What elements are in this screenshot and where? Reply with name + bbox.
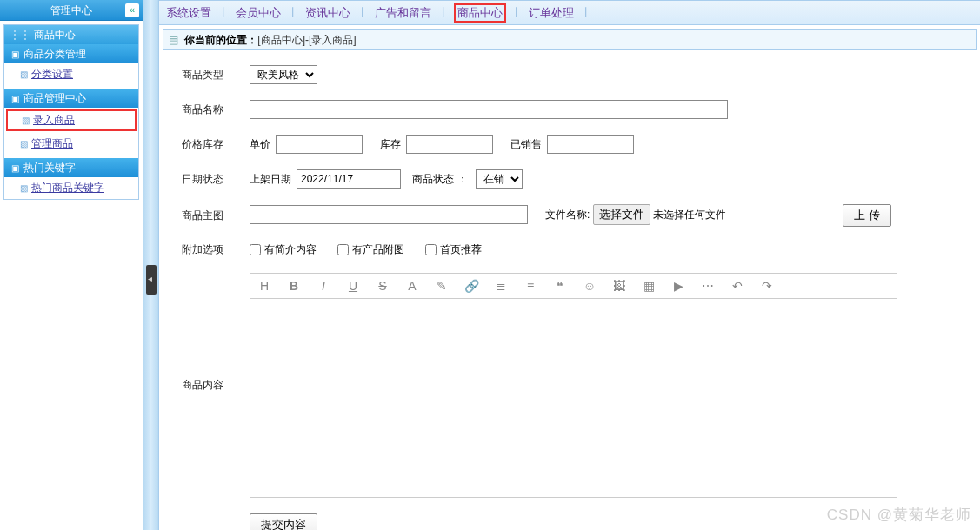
editor-tool-icon[interactable]: ❝ (553, 279, 567, 293)
main-area: 系统设置丨会员中心丨资讯中心丨广告和留言丨商品中心丨订单处理丨 你当前的位置：[… (159, 0, 980, 530)
editor-tool-icon[interactable]: B (287, 279, 301, 293)
label-date-status: 日期状态 (164, 162, 243, 195)
label-listing-date: 上架日期 (250, 173, 291, 185)
editor-tool-icon[interactable]: U (346, 279, 360, 293)
label-product-status: 商品状态 ： (412, 173, 467, 185)
editor-tool-icon[interactable]: A (405, 279, 419, 293)
editor-tool-icon[interactable]: ≡ (523, 279, 537, 293)
nav-separator: 丨 (218, 5, 229, 20)
sidebar-section-header[interactable]: 商品管理中心 (4, 89, 138, 108)
editor-tool-icon[interactable]: ☺ (583, 279, 597, 293)
editor-tool-icon[interactable]: ↶ (730, 279, 744, 293)
sidebar-title-text: 管理中心 (50, 4, 92, 17)
splitter[interactable] (143, 0, 159, 530)
editor-toolbar: HBIUSA✎🔗≣≡❝☺🖼▦▶⋯↶↷ (250, 273, 897, 298)
sidebar-item[interactable]: 管理商品 (4, 133, 138, 155)
extra-option-checkbox[interactable] (337, 244, 349, 255)
editor-tool-icon[interactable]: ↷ (760, 279, 774, 293)
topnav-item[interactable]: 商品中心 (454, 3, 506, 23)
sidebar-item-link[interactable]: 管理商品 (31, 137, 73, 149)
extra-option-checkbox[interactable] (425, 244, 437, 255)
no-file-text: 未选择任何文件 (653, 209, 726, 221)
top-nav: 系统设置丨会员中心丨资讯中心丨广告和留言丨商品中心丨订单处理丨 (159, 1, 980, 25)
upload-button[interactable]: 上 传 (843, 204, 891, 227)
extra-option[interactable]: 有产品附图 (337, 243, 404, 255)
topnav-item[interactable]: 订单处理 (527, 3, 576, 23)
main-image-path-input[interactable] (250, 205, 528, 224)
splitter-handle-icon[interactable] (146, 265, 157, 295)
sidebar-item-link[interactable]: 录入商品 (33, 114, 75, 126)
label-filename: 文件名称: (545, 209, 590, 221)
tree-root[interactable]: 商品中心 (4, 25, 138, 44)
nav-separator: 丨 (357, 5, 368, 20)
label-product-type: 商品类型 (164, 58, 243, 91)
editor-textarea[interactable] (250, 298, 897, 498)
editor-tool-icon[interactable]: 🖼 (612, 279, 626, 293)
sidebar-title: 管理中心 « (0, 0, 143, 21)
content: 你当前的位置：[商品中心]-[录入商品] 商品类型 欧美风格 商品名称 价格库存… (159, 25, 980, 530)
sidebar: 管理中心 « 商品中心 商品分类管理分类设置商品管理中心录入商品管理商品热门关键… (0, 0, 143, 530)
product-type-select[interactable]: 欧美风格 (250, 65, 317, 84)
nav-separator: 丨 (511, 5, 522, 20)
editor-tool-icon[interactable]: H (257, 279, 271, 293)
sidebar-section-header[interactable]: 热门关键字 (4, 158, 138, 177)
nav-separator: 丨 (288, 5, 298, 20)
submit-button[interactable]: 提交内容 (250, 513, 317, 530)
breadcrumb: 你当前的位置：[商品中心]-[录入商品] (163, 29, 977, 50)
product-status-select[interactable]: 在销 (476, 169, 523, 189)
label-product-content: 商品内容 (164, 266, 243, 505)
sidebar-item[interactable]: 分类设置 (4, 63, 138, 85)
sidebar-section-header[interactable]: 商品分类管理 (4, 44, 138, 63)
topnav-item[interactable]: 会员中心 (234, 3, 283, 23)
editor-tool-icon[interactable]: ✎ (435, 279, 449, 293)
topnav-item[interactable]: 广告和留言 (373, 3, 433, 23)
editor-tool-icon[interactable]: I (317, 279, 330, 293)
label-main-image: 商品主图 (164, 197, 243, 234)
topnav-item[interactable]: 资讯中心 (303, 3, 352, 23)
extra-option-checkbox[interactable] (250, 244, 261, 255)
editor-tool-icon[interactable]: ▶ (671, 279, 685, 293)
extra-option[interactable]: 首页推荐 (425, 243, 482, 255)
breadcrumb-path: [商品中心]-[录入商品] (257, 34, 356, 46)
label-sold: 已销售 (510, 138, 542, 150)
editor-tool-icon[interactable]: ≣ (494, 279, 508, 293)
product-form: 商品类型 欧美风格 商品名称 价格库存 单价 库存 (163, 56, 977, 530)
sidebar-collapse-icon[interactable]: « (125, 3, 139, 17)
sidebar-item-link[interactable]: 分类设置 (31, 68, 73, 80)
nav-separator: 丨 (438, 5, 449, 20)
sidebar-item-link[interactable]: 热门商品关键字 (31, 182, 104, 194)
sidebar-item[interactable]: 录入商品 (6, 109, 137, 131)
label-product-name: 商品名称 (164, 93, 243, 126)
topnav-item[interactable]: 系统设置 (164, 3, 213, 23)
editor-tool-icon[interactable]: 🔗 (464, 279, 478, 293)
sidebar-item[interactable]: 热门商品关键字 (4, 177, 138, 199)
label-unit-price: 单价 (250, 138, 270, 150)
unit-price-input[interactable] (276, 135, 363, 154)
editor-tool-icon[interactable]: ▦ (642, 279, 656, 293)
sidebar-tree: 商品中心 商品分类管理分类设置商品管理中心录入商品管理商品热门关键字热门商品关键… (3, 24, 139, 200)
label-stock: 库存 (380, 138, 401, 150)
breadcrumb-prefix: 你当前的位置： (184, 34, 257, 46)
extra-option[interactable]: 有简介内容 (250, 243, 317, 255)
label-extra-options: 附加选项 (164, 235, 243, 264)
stock-input[interactable] (406, 135, 493, 154)
choose-file-button[interactable]: 选择文件 (593, 204, 650, 225)
nav-separator: 丨 (581, 5, 591, 20)
sold-input[interactable] (547, 135, 634, 154)
editor-tool-icon[interactable]: ⋯ (701, 279, 715, 293)
label-price-stock: 价格库存 (164, 128, 243, 161)
listing-date-input[interactable] (297, 169, 401, 189)
product-name-input[interactable] (250, 100, 728, 119)
editor-tool-icon[interactable]: S (376, 279, 390, 293)
